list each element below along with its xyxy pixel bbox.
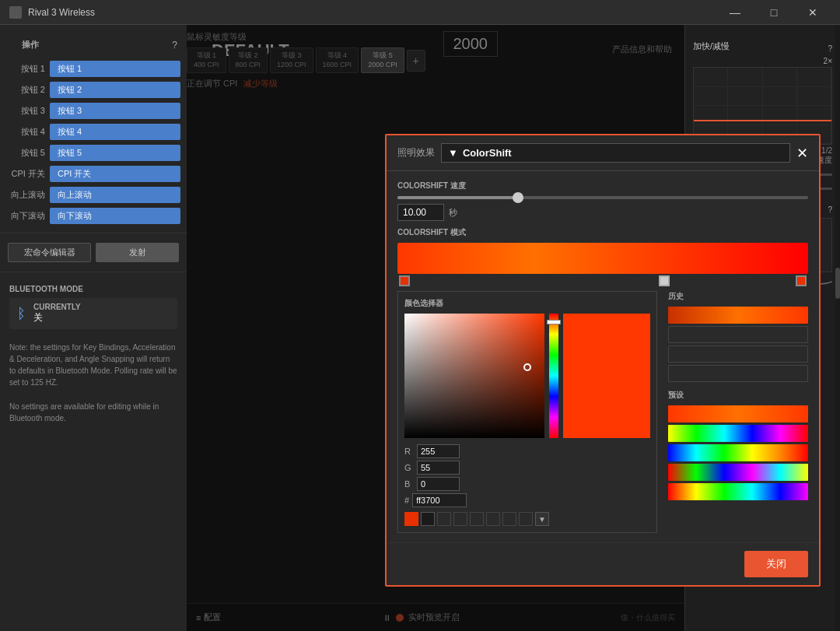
chart-cell-5 — [694, 87, 728, 107]
chart-cell-11 — [763, 106, 797, 125]
effect-dropdown[interactable]: ▼ ColorShift — [441, 143, 790, 163]
chart-cell-3 — [763, 68, 797, 87]
accel-title: 加快/减慢 — [693, 40, 730, 52]
preset-bar-2[interactable] — [668, 425, 808, 442]
chart-cell-2 — [728, 68, 762, 87]
effect-name-label: ColorShift — [463, 147, 512, 159]
history-bar-1[interactable] — [668, 307, 808, 324]
r-input[interactable] — [417, 444, 460, 458]
speed-slider-thumb[interactable] — [513, 192, 523, 203]
preset-bar-4[interactable] — [668, 464, 808, 481]
swatch-5[interactable] — [470, 512, 484, 526]
preset-bar-3[interactable] — [668, 444, 808, 461]
btn-value-scrollup[interactable]: 向上滚动 — [50, 187, 180, 203]
g-label: G — [404, 463, 414, 472]
history-bar-3[interactable] — [668, 345, 808, 363]
sidebar-help-icon[interactable]: ? — [172, 40, 177, 51]
hue-slider[interactable] — [549, 314, 558, 438]
btn-value-1[interactable]: 按钮 1 — [50, 61, 180, 77]
colorshift-stops — [397, 275, 808, 286]
btn-value-scrolldown[interactable]: 向下滚动 — [50, 208, 180, 224]
dialog-title-label: 照明效果 — [397, 146, 435, 160]
btn-value-4[interactable]: 按钮 4 — [50, 124, 180, 140]
maximize-button[interactable]: □ — [756, 0, 792, 25]
b-input[interactable] — [417, 477, 460, 491]
right-scroll-thumb[interactable] — [835, 268, 840, 299]
close-button[interactable]: ✕ — [795, 0, 831, 25]
bluetooth-currently: CURRENTLY 关 — [33, 303, 81, 324]
chart-cell-4 — [797, 68, 831, 87]
swatch-7[interactable] — [502, 512, 516, 526]
swatch-dropdown[interactable]: ▼ — [535, 512, 549, 526]
fire-button[interactable]: 发射 — [96, 243, 179, 262]
presets-label: 预设 — [668, 390, 808, 401]
swatch-2[interactable] — [421, 512, 435, 526]
chart-cell-1 — [694, 68, 728, 87]
swatch-4[interactable] — [453, 512, 467, 526]
speed-slider-container: COLORSHIFT 速度 秒 — [397, 181, 808, 221]
swatch-3[interactable] — [437, 512, 451, 526]
speed-slider-track[interactable] — [397, 196, 808, 199]
chart-cell-7 — [763, 87, 797, 107]
dialog-close-footer-button[interactable]: 关闭 — [744, 551, 808, 577]
swatch-1[interactable] — [404, 512, 418, 526]
btn-label-cpi: CPI 开关 — [6, 168, 45, 180]
btn-value-2[interactable]: 按钮 2 — [50, 82, 180, 98]
hue-thumb — [547, 320, 561, 324]
chart-grid — [694, 68, 831, 144]
color-picker-title: 颜色选择器 — [404, 298, 650, 309]
history-bar-4[interactable] — [668, 365, 808, 382]
accel-help-icon[interactable]: ? — [828, 44, 832, 53]
stop-right[interactable] — [796, 275, 807, 286]
swatch-8[interactable] — [519, 512, 533, 526]
macro-row: 宏命令编辑器 发射 — [0, 240, 187, 265]
window-controls: — □ ✕ — [717, 0, 831, 25]
colorshift-bar[interactable] — [397, 243, 808, 274]
history-section: 历史 — [668, 291, 808, 382]
r-row: R — [404, 444, 650, 458]
stop-mid[interactable] — [659, 275, 670, 286]
btn-label-scrollup: 向上滚动 — [6, 189, 45, 201]
dialog-header: 照明效果 ▼ ColorShift ✕ — [387, 135, 819, 171]
dialog-close-button[interactable]: ✕ — [796, 145, 808, 162]
currently-label: CURRENTLY — [33, 303, 81, 311]
speed-value-row: 秒 — [397, 204, 808, 221]
color-gradient[interactable] — [404, 314, 544, 438]
button-row-scrolldown: 向下滚动 向下滚动 — [0, 205, 187, 226]
history-bar-2[interactable] — [668, 326, 808, 343]
dialog-two-col: 颜色选择器 — [397, 291, 808, 533]
macro-editor-button[interactable]: 宏命令编辑器 — [8, 243, 91, 262]
chart-cell-10 — [728, 106, 762, 125]
button-row-1: 按钮 1 按钮 1 — [0, 58, 187, 79]
accel-chart — [693, 67, 832, 145]
history-label: 历史 — [668, 291, 808, 302]
app-icon — [9, 6, 22, 19]
btn-label-2: 按钮 2 — [6, 84, 45, 96]
btn-label-scrolldown: 向下滚动 — [6, 210, 45, 222]
sidebar: 操作 ? 按钮 1 按钮 1 按钮 2 按钮 2 按钮 3 按钮 3 按钮 4 … — [0, 25, 187, 631]
stop-left[interactable] — [399, 275, 410, 286]
btn-value-3[interactable]: 按钮 3 — [50, 103, 180, 119]
btn-value-5[interactable]: 按钮 5 — [50, 145, 180, 161]
sidebar-divider-2 — [0, 272, 187, 272]
colorshift-bar-container — [397, 243, 808, 286]
chart-cell-9 — [694, 106, 728, 125]
btn-value-cpi[interactable]: CPI 开关 — [50, 166, 180, 182]
accel-line — [694, 120, 831, 121]
swatch-6[interactable] — [486, 512, 500, 526]
speed-unit: 秒 — [449, 207, 457, 219]
button-row-scrollup: 向上滚动 向上滚动 — [0, 184, 187, 205]
title-bar: Rival 3 Wireless — □ ✕ — [0, 0, 840, 25]
g-input[interactable] — [417, 461, 460, 475]
minimize-button[interactable]: — — [717, 0, 753, 25]
hex-input[interactable] — [412, 493, 467, 507]
hex-label: # — [404, 496, 409, 505]
speed-value-input[interactable] — [397, 204, 444, 221]
right-scrollbar[interactable] — [835, 25, 840, 631]
angle-help-icon[interactable]: ? — [828, 205, 832, 214]
bluetooth-section: BLUETOOTH MODE ᛒ CURRENTLY 关 — [0, 279, 187, 335]
bluetooth-icon: ᛒ — [17, 306, 26, 322]
hex-row: # — [404, 493, 650, 507]
preset-bar-5[interactable] — [668, 483, 808, 500]
preset-bar-1[interactable] — [668, 405, 808, 422]
